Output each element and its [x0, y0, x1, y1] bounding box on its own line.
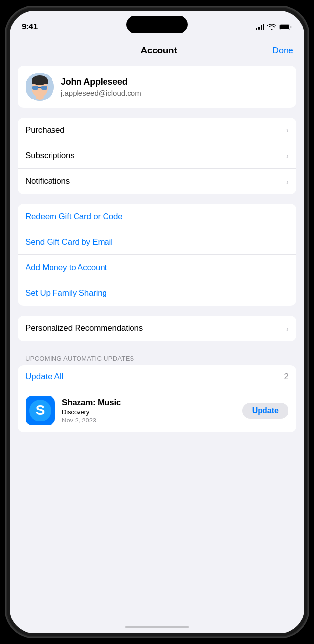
updates-section-label: UPCOMING AUTOMATIC UPDATES: [10, 351, 304, 365]
screen-content[interactable]: Account Done: [10, 37, 304, 633]
list-item-subscriptions[interactable]: Subscriptions ›: [18, 143, 296, 169]
subscriptions-label: Subscriptions: [26, 151, 74, 161]
add-money-label: Add Money to Account: [26, 263, 107, 272]
redeem-label: Redeem Gift Card or Code: [26, 212, 122, 222]
svg-rect-8: [38, 87, 41, 88]
status-icons: [256, 24, 292, 30]
done-button[interactable]: Done: [272, 46, 293, 56]
svg-rect-5: [32, 80, 48, 84]
list-item-add-money[interactable]: Add Money to Account: [18, 255, 296, 280]
list-item-purchased[interactable]: Purchased ›: [18, 118, 296, 143]
notifications-label: Notifications: [26, 176, 70, 186]
svg-text:S: S: [36, 402, 45, 418]
list-section-3: Personalized Recommendations ›: [18, 316, 296, 341]
update-count: 2: [284, 372, 288, 382]
list-section-1: Purchased › Subscriptions › Notification…: [18, 118, 296, 194]
chevron-icon: ›: [286, 177, 288, 186]
battery-icon: [279, 24, 292, 30]
app-info: Shazam: Music Discovery Nov 2, 2023: [62, 398, 236, 424]
profile-email: j.appleseed@icloud.com: [61, 89, 141, 97]
svg-point-9: [36, 94, 44, 100]
phone-frame: 9:41: [5, 6, 309, 638]
camera-notch: [126, 16, 188, 33]
wifi-icon: [267, 24, 276, 30]
update-all-row[interactable]: Update All 2: [18, 365, 296, 389]
page-title: Account: [141, 45, 177, 56]
update-button[interactable]: Update: [242, 403, 288, 419]
list-section-2: Redeem Gift Card or Code Send Gift Card …: [18, 204, 296, 306]
list-item-family-sharing[interactable]: Set Up Family Sharing: [18, 280, 296, 306]
profile-row[interactable]: John Appleseed j.appleseed@icloud.com: [18, 66, 296, 108]
app-subtitle: Discovery: [62, 408, 236, 416]
send-gift-label: Send Gift Card by Email: [26, 237, 113, 247]
profile-info: John Appleseed j.appleseed@icloud.com: [61, 77, 141, 97]
profile-section: John Appleseed j.appleseed@icloud.com: [18, 66, 296, 108]
phone-screen: 9:41: [10, 11, 304, 633]
svg-rect-6: [32, 86, 38, 90]
list-item-redeem[interactable]: Redeem Gift Card or Code: [18, 204, 296, 229]
status-bar: 9:41: [10, 11, 304, 37]
profile-name: John Appleseed: [61, 77, 141, 87]
app-name: Shazam: Music: [62, 398, 236, 408]
chevron-icon: ›: [286, 126, 288, 134]
updates-section: Update All 2 S Shazam: Music Discovery: [18, 365, 296, 432]
purchased-label: Purchased: [26, 125, 64, 135]
nav-bar: Account Done: [10, 37, 304, 62]
signal-icon: [256, 24, 264, 30]
update-all-label[interactable]: Update All: [26, 372, 64, 382]
list-item-personalized[interactable]: Personalized Recommendations ›: [18, 316, 296, 341]
svg-rect-7: [41, 86, 47, 90]
personalized-label: Personalized Recommendations: [26, 323, 143, 333]
avatar: [26, 73, 54, 101]
app-date: Nov 2, 2023: [62, 417, 236, 424]
svg-rect-1: [280, 25, 289, 29]
family-sharing-label: Set Up Family Sharing: [26, 288, 107, 298]
status-time: 9:41: [22, 22, 38, 32]
list-item-notifications[interactable]: Notifications ›: [18, 169, 296, 194]
home-indicator: [125, 626, 189, 628]
list-item-send-gift[interactable]: Send Gift Card by Email: [18, 229, 296, 255]
app-row-shazam: S Shazam: Music Discovery Nov 2, 2023 Up…: [18, 389, 296, 432]
chevron-icon: ›: [286, 151, 288, 160]
shazam-icon: S: [26, 396, 55, 425]
chevron-icon: ›: [286, 324, 288, 333]
